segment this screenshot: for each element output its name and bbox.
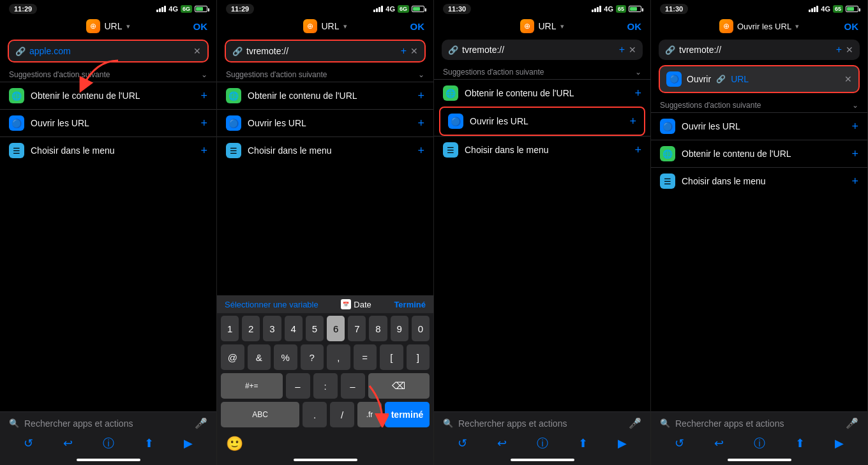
suggestion-3-2-highlighted[interactable]: 🔵 Ouvrir les URL + [439,107,645,136]
kb-key-2[interactable]: 2 [242,316,260,341]
url-plus-4[interactable]: + [836,44,842,55]
url-value-4[interactable]: tvremote:// [679,45,832,55]
kb-key-slash[interactable]: / [330,402,354,427]
toolbar-info-4[interactable]: ⓘ [754,436,765,451]
suggestion-plus-4-2[interactable]: + [851,147,858,161]
suggestion-plus-3-1[interactable]: + [634,87,641,100]
suggestion-plus-2-3[interactable]: + [417,144,424,158]
kb-key-dot[interactable]: . [303,402,327,427]
kb-key-7[interactable]: 7 [348,316,366,341]
nav-ok-1[interactable]: OK [193,21,208,32]
search-placeholder-1[interactable]: Rechercher apps et actions [24,418,190,429]
kb-key-eq[interactable]: = [354,344,377,370]
kb-var-btn[interactable]: Sélectionner une variable [225,300,318,309]
kb-key-comma[interactable]: , [327,344,350,370]
mic-icon-1[interactable]: 🎤 [195,417,207,429]
kb-key-hash[interactable]: #+= [221,373,283,399]
toolbar-share-1[interactable]: ⬆ [144,436,154,450]
kb-key-abc[interactable]: ABC [221,402,299,427]
url-plus-2[interactable]: + [401,45,407,57]
kb-key-amp[interactable]: & [248,344,271,370]
kb-key-qmark[interactable]: ? [301,344,324,370]
kb-key-0[interactable]: 0 [412,316,430,341]
suggestion-plus-1-1[interactable]: + [200,89,207,103]
toolbar-info-3[interactable]: ⓘ [537,436,548,451]
toolbar-refresh-1[interactable]: ↺ [24,436,33,450]
toolbar-play-3[interactable]: ▶ [618,436,627,450]
suggestions-chevron-4[interactable]: ⌄ [852,101,858,110]
kb-key-9[interactable]: 9 [391,316,408,341]
kb-key-1[interactable]: 1 [221,316,239,341]
kb-key-rbr[interactable]: ] [407,344,430,370]
kb-key-termine[interactable]: terminé [385,402,430,427]
suggestions-chevron-3[interactable]: ⌄ [635,68,641,77]
suggestion-2-2[interactable]: 🔵 Ouvrir les URL + [217,109,433,137]
kb-key-pct[interactable]: % [274,344,297,370]
suggestion-1-1[interactable]: 🌐 Obtenir le contenu de l'URL + [0,82,216,109]
url-bar-1[interactable]: 🔗 apple.com ✕ [8,40,209,63]
suggestion-plus-4-1[interactable]: + [851,120,858,133]
suggestion-plus-2-2[interactable]: + [417,117,424,130]
kb-key-5[interactable]: 5 [306,316,324,341]
nav-ok-2[interactable]: OK [410,21,425,32]
kb-done-label[interactable]: Terminé [394,300,426,309]
suggestion-plus-3-2[interactable]: + [629,115,636,128]
url-clear-4[interactable]: ✕ [846,45,853,55]
ouvrir-chip[interactable]: 🔵 Ouvrir 🔗 URL ✕ [659,65,860,93]
toolbar-back-3[interactable]: ↩ [497,436,507,450]
chip-url-label[interactable]: URL [731,74,749,84]
toolbar-play-1[interactable]: ▶ [184,436,193,450]
url-value-1[interactable]: apple.com [29,46,187,56]
nav-ok-3[interactable]: OK [627,21,642,32]
suggestion-4-2[interactable]: 🌐 Obtenir le contenu de l'URL + [651,140,867,167]
url-bar-2[interactable]: 🔗 tvremote:// + ✕ [225,40,426,63]
nav-ok-4[interactable]: OK [844,21,859,32]
kb-key-4[interactable]: 4 [285,316,303,341]
suggestion-2-3[interactable]: ☰ Choisir dans le menu + [217,137,433,164]
kb-key-colon[interactable]: : [313,373,338,399]
suggestion-plus-2-1[interactable]: + [417,89,424,103]
suggestion-plus-4-3[interactable]: + [851,175,858,188]
suggestion-plus-1-3[interactable]: + [200,144,207,158]
toolbar-back-4[interactable]: ↩ [714,436,724,450]
toolbar-share-3[interactable]: ⬆ [578,436,588,450]
toolbar-info-1[interactable]: ⓘ [103,436,114,451]
search-placeholder-4[interactable]: Rechercher apps et actions [675,418,841,429]
search-placeholder-3[interactable]: Rechercher apps et actions [458,418,624,429]
kb-key-8[interactable]: 8 [369,316,387,341]
suggestion-plus-1-2[interactable]: + [200,117,207,130]
toolbar-refresh-4[interactable]: ↺ [675,436,684,450]
mic-icon-4[interactable]: 🎤 [846,417,858,429]
kb-key-3[interactable]: 3 [263,316,281,341]
toolbar-refresh-3[interactable]: ↺ [458,436,467,450]
mic-icon-3[interactable]: 🎤 [629,417,641,429]
suggestion-4-3[interactable]: ☰ Choisir dans le menu + [651,167,867,195]
url-value-3[interactable]: tvremote:// [462,45,615,55]
suggestion-1-3[interactable]: ☰ Choisir dans le menu + [0,137,216,164]
suggestion-2-1[interactable]: 🌐 Obtenir le contenu de l'URL + [217,82,433,109]
url-clear-2[interactable]: ✕ [410,46,418,56]
url-value-2[interactable]: tvremote:// [246,46,397,56]
suggestion-plus-3-3[interactable]: + [634,144,641,157]
url-clear-3[interactable]: ✕ [629,45,636,55]
kb-key-dash2[interactable]: – [341,373,365,399]
suggestion-1-2[interactable]: 🔵 Ouvrir les URL + [0,109,216,137]
emoji-icon[interactable]: 🙂 [226,436,243,452]
suggestions-chevron-2[interactable]: ⌄ [418,70,424,79]
kb-key-at[interactable]: @ [221,344,244,370]
kb-key-delete[interactable]: ⌫ [368,373,430,399]
url-plus-3[interactable]: + [619,44,625,55]
suggestion-4-1[interactable]: 🔵 Ouvrir les URL + [651,112,867,140]
suggestions-chevron-1[interactable]: ⌄ [201,70,207,79]
url-clear-1[interactable]: ✕ [193,46,201,56]
url-bar-4[interactable]: 🔗 tvremote:// + ✕ [659,40,860,60]
suggestion-3-1[interactable]: 🌐 Obtenir le contenu de l'URL + [434,79,650,107]
toolbar-back-1[interactable]: ↩ [63,436,73,450]
toolbar-share-4[interactable]: ⬆ [795,436,805,450]
kb-key-fr[interactable]: .fr [357,402,382,427]
url-bar-3[interactable]: 🔗 tvremote:// + ✕ [442,40,643,60]
kb-key-6[interactable]: 6 [327,316,345,341]
suggestion-3-3[interactable]: ☰ Choisir dans le menu + [434,136,650,163]
kb-date-label[interactable]: Date [354,300,371,309]
toolbar-play-4[interactable]: ▶ [835,436,844,450]
